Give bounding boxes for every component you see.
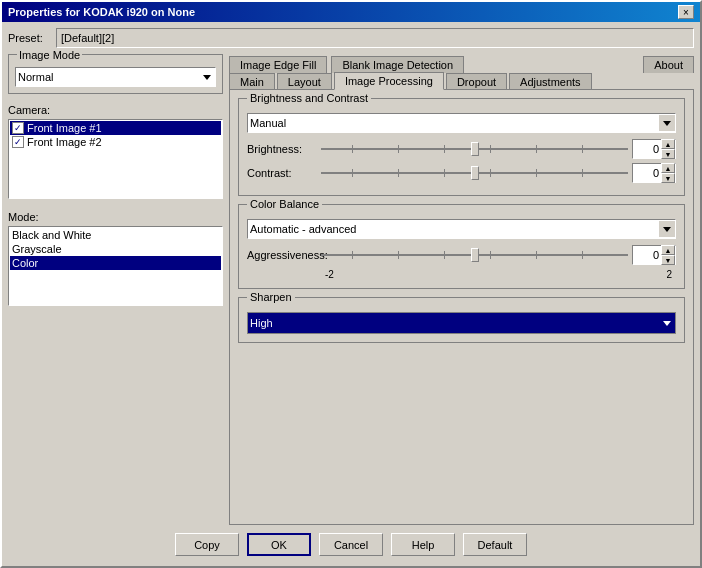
copy-button[interactable]: Copy: [175, 533, 239, 556]
tab-about[interactable]: About: [643, 56, 694, 73]
preset-input[interactable]: [56, 28, 694, 48]
camera-listbox[interactable]: ✓ Front Image #1 ✓ Front Image #2: [8, 119, 223, 199]
contrast-label: Contrast:: [247, 167, 317, 179]
brightness-value[interactable]: [633, 140, 661, 158]
aggressiveness-label: Aggressiveness:: [247, 249, 317, 261]
atick1: [352, 251, 353, 259]
camera-item-2[interactable]: ✓ Front Image #2: [10, 135, 221, 149]
aggressiveness-max: 2: [666, 269, 672, 280]
ctick1: [352, 169, 353, 177]
camera-check-2[interactable]: ✓: [12, 136, 24, 148]
mode-item-bw[interactable]: Black and White: [10, 228, 221, 242]
mode-listbox[interactable]: Black and White Grayscale Color: [8, 226, 223, 306]
contrast-up[interactable]: ▲: [661, 163, 675, 173]
camera-item-1-label: Front Image #1: [27, 122, 102, 134]
tick2: [398, 145, 399, 153]
atick2: [398, 251, 399, 259]
window-body: Preset: Image Mode Normal Camera:: [2, 22, 700, 566]
brightness-slider[interactable]: [321, 141, 628, 157]
tab-row-bottom: Main Layout Image Processing Dropout: [229, 71, 694, 89]
left-panel: Image Mode Normal Camera: ✓ Front Image …: [8, 54, 223, 525]
brightness-contrast-section: Brightness and Contrast Manual Brightnes…: [238, 98, 685, 196]
atick4: [490, 251, 491, 259]
camera-label: Camera:: [8, 104, 223, 116]
color-balance-label: Color Balance: [247, 198, 322, 210]
tick6: [582, 145, 583, 153]
tab-content: Brightness and Contrast Manual Brightnes…: [229, 89, 694, 525]
image-mode-label: Image Mode: [17, 49, 82, 61]
main-area: Image Mode Normal Camera: ✓ Front Image …: [8, 54, 694, 525]
atick6: [582, 251, 583, 259]
image-mode-dropdown[interactable]: Normal: [15, 67, 216, 87]
brightness-spin[interactable]: ▲ ▼: [632, 139, 676, 159]
image-mode-group: Image Mode Normal: [8, 54, 223, 94]
tab-blank-image-detection[interactable]: Blank Image Detection: [331, 56, 464, 73]
contrast-slider[interactable]: [321, 165, 628, 181]
aggressiveness-spin[interactable]: ▲ ▼: [632, 245, 676, 265]
aggressiveness-up[interactable]: ▲: [661, 245, 675, 255]
ctick4: [490, 169, 491, 177]
mode-item-gray[interactable]: Grayscale: [10, 242, 221, 256]
bottom-bar: Copy OK Cancel Help Default: [8, 525, 694, 560]
atick5: [536, 251, 537, 259]
tick5: [536, 145, 537, 153]
brightness-down[interactable]: ▼: [661, 149, 675, 159]
window-title: Properties for KODAK i920 on None: [8, 6, 195, 18]
aggressiveness-value[interactable]: [633, 246, 661, 264]
tab-row-top: Image Edge Fill Blank Image Detection Ab…: [229, 54, 694, 71]
mode-section: Mode: Black and White Grayscale Color: [8, 211, 223, 306]
sharpen-label: Sharpen: [247, 291, 295, 303]
bc-mode-dropdown[interactable]: Manual: [247, 113, 676, 133]
mode-label: Mode:: [8, 211, 223, 223]
tick1: [352, 145, 353, 153]
aggressiveness-down[interactable]: ▼: [661, 255, 675, 265]
contrast-spin[interactable]: ▲ ▼: [632, 163, 676, 183]
brightness-row: Brightness:: [247, 139, 676, 159]
aggressiveness-slider[interactable]: [321, 247, 628, 263]
camera-check-1[interactable]: ✓: [12, 122, 24, 134]
tick4: [490, 145, 491, 153]
tab-image-edge-fill[interactable]: Image Edge Fill: [229, 56, 327, 73]
brightness-spin-buttons: ▲ ▼: [661, 139, 675, 159]
close-button[interactable]: ×: [678, 5, 694, 19]
atick3: [444, 251, 445, 259]
ctick3: [444, 169, 445, 177]
title-bar: Properties for KODAK i920 on None ×: [2, 2, 700, 22]
camera-item-1[interactable]: ✓ Front Image #1: [10, 121, 221, 135]
color-balance-section: Color Balance Automatic - advanced Aggre…: [238, 204, 685, 289]
preset-label: Preset:: [8, 32, 48, 44]
default-button[interactable]: Default: [463, 533, 527, 556]
aggressiveness-min: -2: [325, 269, 334, 280]
sharpen-section: Sharpen High: [238, 297, 685, 343]
cancel-button[interactable]: Cancel: [319, 533, 383, 556]
ctick6: [582, 169, 583, 177]
mode-item-bw-label: Black and White: [12, 229, 91, 241]
contrast-down[interactable]: ▼: [661, 173, 675, 183]
ok-button[interactable]: OK: [247, 533, 311, 556]
tab-image-processing[interactable]: Image Processing: [334, 72, 444, 90]
cb-mode-dropdown[interactable]: Automatic - advanced: [247, 219, 676, 239]
aggressiveness-row: Aggressiveness:: [247, 245, 676, 265]
ctick2: [398, 169, 399, 177]
contrast-thumb[interactable]: [471, 166, 479, 180]
contrast-value[interactable]: [633, 164, 661, 182]
main-window: Properties for KODAK i920 on None × Pres…: [0, 0, 702, 568]
contrast-row: Contrast:: [247, 163, 676, 183]
help-button[interactable]: Help: [391, 533, 455, 556]
brightness-thumb[interactable]: [471, 142, 479, 156]
tick3: [444, 145, 445, 153]
brightness-contrast-label: Brightness and Contrast: [247, 92, 371, 104]
aggressiveness-spin-buttons: ▲ ▼: [661, 245, 675, 265]
brightness-label: Brightness:: [247, 143, 317, 155]
brightness-up[interactable]: ▲: [661, 139, 675, 149]
mode-item-gray-label: Grayscale: [12, 243, 62, 255]
mode-item-color-label: Color: [12, 257, 38, 269]
mode-item-color[interactable]: Color: [10, 256, 221, 270]
aggressiveness-thumb[interactable]: [471, 248, 479, 262]
preset-row: Preset:: [8, 28, 694, 48]
right-panel: Image Edge Fill Blank Image Detection Ab…: [229, 54, 694, 525]
camera-section: Camera: ✓ Front Image #1 ✓ Front Image #…: [8, 104, 223, 199]
ctick5: [536, 169, 537, 177]
contrast-spin-buttons: ▲ ▼: [661, 163, 675, 183]
sharpen-dropdown[interactable]: High: [247, 312, 676, 334]
